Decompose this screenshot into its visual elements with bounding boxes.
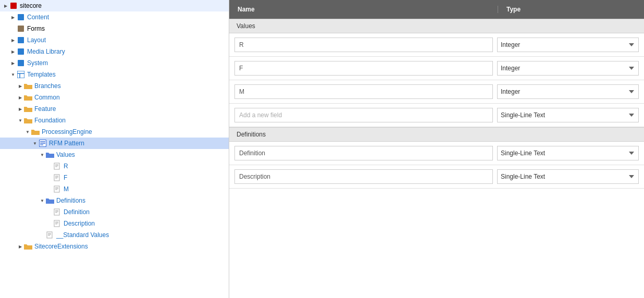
tree-icon-definitions-folder (46, 196, 54, 205)
tree-node-values-folder[interactable]: ▼ Values (0, 149, 229, 160)
tree-toggle-common[interactable]: ▶ (17, 94, 24, 101)
tree-label-description-item: Description (64, 220, 95, 227)
tree-label-standard-values: __Standard Values (56, 231, 109, 239)
tree-node-common[interactable]: ▶ Common (0, 92, 229, 103)
tree-node-sitecore[interactable]: ▶ sitecore (0, 0, 229, 11)
tree-toggle-rfmpattern[interactable]: ▼ (31, 140, 39, 147)
tree-node-definitions-folder[interactable]: ▼ Definitions (0, 195, 229, 206)
tree-toggle-sitecoreextensions[interactable]: ▶ (17, 243, 24, 250)
tree-label-forms: Forms (27, 25, 45, 32)
field-name-input-f-field[interactable] (234, 61, 493, 76)
svg-rect-1 (18, 14, 24, 20)
tree-toggle-values-folder[interactable]: ▼ (39, 151, 46, 158)
tree-label-sitecoreextensions: SitecoreExtensions (34, 243, 88, 250)
tree-node-processingengine[interactable]: ▼ ProcessingEngine (0, 126, 229, 138)
content-panel: Name Type ValuesSingle-Line TextIntegerM… (229, 0, 644, 298)
svg-rect-26 (54, 209, 59, 215)
tree-label-r-item: R (64, 163, 68, 170)
tree-label-sitecore: sitecore (20, 2, 42, 9)
field-type-select-r-field[interactable]: Single-Line TextIntegerMulti-Line TextRi… (497, 38, 639, 52)
field-type-select-new-field[interactable]: Single-Line TextIntegerMulti-Line TextRi… (497, 108, 639, 122)
field-name-input-description-field[interactable] (234, 169, 493, 184)
tree-node-r-item[interactable]: ▶ R (0, 160, 229, 172)
tree-label-rfmpattern: RFM Pattern (49, 140, 84, 147)
tree-node-feature[interactable]: ▶ Feature (0, 103, 229, 115)
tree-node-f-item[interactable]: ▶ F (0, 172, 229, 183)
svg-rect-14 (54, 163, 59, 169)
tree-node-branches[interactable]: ▶ Branches (0, 80, 229, 92)
tree-toggle-system[interactable]: ▶ (9, 59, 17, 67)
field-name-input-r-field[interactable] (234, 38, 493, 52)
header-type: Type (498, 6, 644, 13)
tree-icon-f-item (53, 173, 61, 182)
tree-node-system[interactable]: ▶ System (0, 57, 229, 69)
section-header-values-section: Values (229, 19, 644, 33)
tree-toggle-content[interactable]: ▶ (9, 14, 17, 21)
tree-toggle-definitions-folder[interactable]: ▼ (39, 197, 46, 204)
tree-label-definition-item: Definition (64, 208, 90, 216)
tree-icon-sitecoreextensions (24, 242, 32, 251)
field-name-input-m-field[interactable] (234, 84, 493, 99)
tree-icon-values-folder (46, 151, 54, 159)
tree-node-content[interactable]: ▶ Content (0, 11, 229, 23)
svg-rect-18 (54, 175, 59, 181)
tree-icon-rfmpattern (39, 139, 47, 147)
tree-label-content: Content (27, 14, 49, 21)
field-type-select-definition-field[interactable]: Single-Line TextIntegerMulti-Line TextRi… (497, 146, 639, 160)
tree-node-templates[interactable]: ▼ Templates (0, 69, 229, 80)
tree-toggle-foundation[interactable]: ▼ (17, 117, 24, 124)
tree-icon-branches (24, 82, 32, 90)
tree-icon-templates (17, 70, 25, 79)
svg-rect-4 (18, 48, 24, 55)
tree-label-values-folder: Values (56, 151, 75, 158)
tree-icon-content (17, 13, 25, 21)
tree-icon-media-library (17, 47, 25, 56)
tree-node-rfmpattern[interactable]: ▼ RFM Pattern (0, 138, 229, 149)
tree-icon-definition-item (53, 208, 61, 216)
tree-panel[interactable]: ▶ sitecore▶ Content▶ Forms▶ Layout▶ Medi… (0, 0, 229, 298)
tree-node-definition-item[interactable]: ▶ Definition (0, 206, 229, 218)
tree-label-common: Common (34, 94, 60, 101)
tree-label-f-item: F (64, 174, 67, 181)
tree-toggle-layout[interactable]: ▶ (9, 36, 17, 44)
tree-toggle-feature[interactable]: ▶ (17, 105, 24, 113)
tree-label-templates: Templates (27, 71, 56, 78)
field-row-definition-field: Single-Line TextIntegerMulti-Line TextRi… (229, 142, 644, 165)
section-header-definitions-section: Definitions (229, 127, 644, 142)
field-name-input-new-field[interactable] (234, 108, 493, 122)
field-row-description-field: Single-Line TextIntegerMulti-Line TextRi… (229, 165, 644, 189)
tree-node-layout[interactable]: ▶ Layout (0, 34, 229, 46)
tree-node-m-item[interactable]: ▶ M (0, 183, 229, 195)
tree-icon-r-item (53, 162, 61, 170)
field-type-select-f-field[interactable]: Single-Line TextIntegerMulti-Line TextRi… (497, 61, 639, 76)
tree-label-system: System (27, 59, 48, 67)
header-name: Name (229, 6, 498, 13)
tree-node-sitecoreextensions[interactable]: ▶ SitecoreExtensions (0, 241, 229, 252)
tree-icon-layout (17, 36, 25, 44)
tree-label-processingengine: ProcessingEngine (42, 128, 92, 135)
tree-toggle-processingengine[interactable]: ▼ (24, 128, 31, 135)
tree-label-definitions-folder: Definitions (56, 197, 85, 204)
field-name-input-definition-field[interactable] (234, 146, 493, 160)
tree-node-standard-values[interactable]: ▶ __Standard Values (0, 229, 229, 241)
field-type-select-m-field[interactable]: Single-Line TextIntegerMulti-Line TextRi… (497, 84, 639, 99)
tree-node-media-library[interactable]: ▶ Media Library (0, 46, 229, 57)
tree-toggle-branches[interactable]: ▶ (17, 82, 24, 90)
tree-icon-foundation (24, 116, 32, 125)
svg-rect-30 (54, 220, 59, 227)
tree-toggle-templates[interactable]: ▼ (9, 71, 17, 78)
field-type-select-description-field[interactable]: Single-Line TextIntegerMulti-Line TextRi… (497, 169, 639, 184)
svg-rect-34 (47, 232, 52, 238)
content-header: Name Type (229, 0, 644, 19)
tree-label-layout: Layout (27, 36, 46, 44)
tree-node-description-item[interactable]: ▶ Description (0, 218, 229, 229)
tree-label-m-item: M (64, 185, 69, 193)
tree-toggle-media-library[interactable]: ▶ (9, 48, 17, 55)
tree-node-foundation[interactable]: ▼ Foundation (0, 115, 229, 126)
tree-node-forms[interactable]: ▶ Forms (0, 23, 229, 34)
tree-icon-sitecore (9, 2, 18, 10)
svg-rect-0 (10, 3, 17, 9)
svg-rect-2 (18, 26, 24, 32)
tree-toggle-sitecore[interactable]: ▶ (2, 2, 9, 9)
field-row-new-field: Single-Line TextIntegerMulti-Line TextRi… (229, 104, 644, 127)
